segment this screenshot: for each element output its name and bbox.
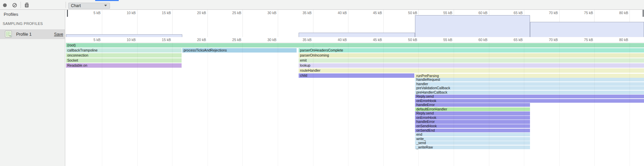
gridline (524, 43, 524, 166)
ruler-tick-label: 15 kB (162, 11, 171, 15)
flame-bar[interactable]: preHandlerCallback (415, 91, 644, 94)
flame-bar[interactable]: runPreParsing (415, 74, 644, 78)
flame-bar[interactable]: routeHandler (299, 68, 644, 73)
ruler-tick-label: 35 kB (303, 38, 312, 42)
flame-bar[interactable]: (root) (66, 43, 644, 47)
profile-icon: % (5, 31, 12, 37)
ruler-tick-label: 10 kB (127, 38, 136, 42)
gridline (242, 43, 243, 166)
ruler-tick-label: 30 kB (267, 38, 276, 42)
flame-bar[interactable]: end (415, 133, 530, 136)
overview-pane[interactable]: 5 kB10 kB15 kB20 kB25 kB30 kB35 kB40 kB4… (66, 10, 644, 37)
flame-bar[interactable]: emit (299, 58, 644, 63)
gridline (137, 10, 138, 37)
ruler-tick-label: 45 kB (373, 11, 382, 15)
ruler-tick-label: 20 kB (197, 11, 206, 15)
ruler-tick-label: 20 kB (197, 38, 206, 42)
flame-bar[interactable]: parserOnHeadersComplete (299, 48, 644, 53)
view-mode-select[interactable]: Chart (68, 3, 110, 9)
toolbar-divider (66, 2, 66, 8)
gridline (278, 43, 278, 166)
flame-bar[interactable]: write_ (415, 137, 530, 141)
flame-bar[interactable]: Reply.send (415, 111, 530, 115)
gridline (207, 10, 208, 37)
ruler-tick-label: 60 kB (479, 38, 488, 42)
flame-bar[interactable]: lookup (299, 63, 644, 68)
ruler-tick-label: 80 kB (619, 11, 628, 15)
flame-bar[interactable]: onSendEnd (415, 129, 530, 132)
gridline (137, 43, 138, 166)
flame-bar[interactable]: _writeRaw (415, 145, 530, 149)
ruler-tick-label: 55 kB (443, 11, 452, 15)
ruler-tick-label: 55 kB (443, 38, 452, 42)
ruler-tick-label: 65 kB (514, 38, 523, 42)
ruler-tick-label: 10 kB (127, 11, 136, 15)
flame-chart[interactable]: (root)callbackTrampolineprocessTicksAndR… (66, 43, 644, 166)
gridline (454, 43, 454, 166)
gridline (418, 43, 419, 166)
ruler-tick-label: 60 kB (479, 11, 488, 15)
clear-icon[interactable] (12, 3, 17, 7)
flame-bar[interactable]: onErrorHook (415, 116, 530, 120)
memory-overview-segment-3[interactable] (415, 15, 530, 37)
active-tab-indicator (95, 0, 119, 1)
sidebar: Profiles SAMPLING PROFILES % Profile 1 S… (0, 10, 65, 166)
ruler-tick-label: 40 kB (338, 38, 347, 42)
record-icon[interactable] (3, 3, 7, 7)
flame-bar[interactable]: Readable.on (66, 63, 182, 68)
heap-profiler-panel: Chart Profiles SAMPLING PROFILES % Profi… (0, 0, 644, 166)
ruler-tick-label: 5 kB (93, 11, 101, 15)
gridline (559, 43, 560, 166)
flame-bar[interactable]: handleError (415, 120, 530, 124)
sampling-profiles-heading: SAMPLING PROFILES (3, 22, 43, 26)
flame-bar[interactable]: child (299, 73, 414, 78)
save-link[interactable]: Save (54, 32, 63, 37)
ruler-tick-label: 65 kB (514, 11, 523, 15)
sidebar-item-profile-1[interactable]: % Profile 1 Save (0, 29, 65, 39)
flame-bar[interactable]: processTicksAndRejections (182, 48, 297, 53)
ruler-tick-label: 25 kB (232, 38, 241, 42)
gridline (172, 43, 173, 166)
flame-bar[interactable]: handleError (415, 103, 530, 107)
ruler-tick-label: 75 kB (584, 11, 593, 15)
ruler-tick-label: 35 kB (303, 11, 312, 15)
flame-bar[interactable]: _send (415, 141, 530, 145)
memory-overview-segment-4[interactable] (530, 22, 644, 37)
flame-bar[interactable]: onErrorHook (415, 99, 644, 103)
gridline (102, 43, 102, 166)
flame-bar[interactable]: preValidationCallback (415, 86, 644, 90)
profile-name: Profile 1 (16, 32, 32, 37)
gridline (630, 43, 630, 166)
toolbar-divider (21, 2, 21, 8)
view-mode-value: Chart (71, 3, 81, 8)
flame-bar[interactable]: callbackTrampoline (66, 48, 182, 53)
flame-bar[interactable]: onconnection (66, 53, 182, 58)
gridline (172, 10, 173, 37)
ruler-tick-label: 50 kB (408, 38, 417, 42)
overview-left-handle[interactable] (67, 10, 68, 17)
gridline (348, 43, 348, 166)
gridline (489, 43, 489, 166)
gridline (383, 43, 384, 166)
ruler-tick-label: 5 kB (93, 38, 101, 42)
ruler-tick-label: 30 kB (267, 11, 276, 15)
flame-bar[interactable]: onSendHook (415, 124, 530, 128)
flame-bar[interactable]: handleRequest (415, 78, 644, 81)
gridline (102, 10, 102, 37)
flame-ruler: 5 kB10 kB15 kB20 kB25 kB30 kB35 kB40 kB4… (66, 37, 644, 43)
flame-bar[interactable]: Reply.send (415, 95, 644, 98)
flame-bar[interactable]: parserOnIncoming (299, 53, 644, 58)
gridline (594, 43, 595, 166)
flame-bar[interactable]: defaultErrorHandler (415, 107, 530, 111)
ruler-tick-label: 15 kB (162, 38, 171, 42)
trash-icon[interactable] (25, 3, 29, 8)
flame-bar[interactable]: handler (415, 82, 644, 86)
ruler-tick-label: 40 kB (338, 11, 347, 15)
gridline (207, 43, 208, 166)
ruler-tick-label: 45 kB (373, 38, 382, 42)
ruler-tick-label: 75 kB (584, 38, 593, 42)
memory-overview-segment-2[interactable] (299, 33, 415, 37)
flame-bar[interactable]: Socket (66, 58, 182, 63)
memory-overview-segment-1[interactable] (66, 34, 182, 37)
overview-right-handle[interactable] (643, 10, 644, 17)
